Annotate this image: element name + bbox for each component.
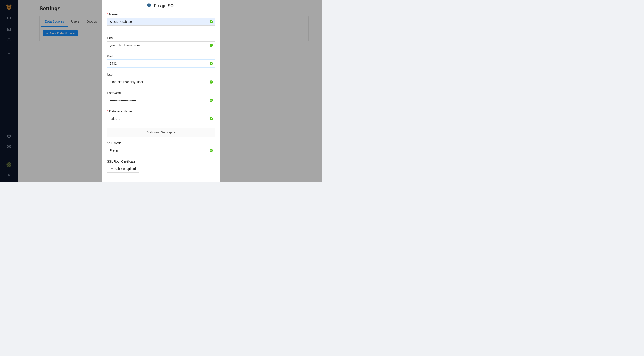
monitor-icon[interactable] (7, 16, 11, 20)
input-database-name[interactable] (107, 115, 215, 122)
tab-data-sources[interactable]: Data Sources (42, 16, 68, 27)
field-user: User (107, 73, 215, 88)
svg-rect-9 (8, 28, 10, 31)
tab-groups[interactable]: Groups (83, 16, 100, 27)
tab-users[interactable]: Users (68, 16, 83, 27)
gear-icon[interactable] (7, 144, 11, 148)
svg-point-1 (6, 5, 8, 7)
field-ssl-mode: SSL Mode Prefer ⌄ (107, 141, 215, 157)
check-icon (210, 20, 213, 23)
field-database-name: *Database Name (107, 110, 215, 125)
svg-point-16 (8, 146, 10, 147)
ssl-mode-value: Prefer (110, 149, 118, 152)
new-data-source-button[interactable]: New Data Source (43, 30, 78, 36)
app-logo[interactable] (6, 4, 12, 10)
postgresql-icon (146, 3, 152, 8)
chevron-down-icon: ⌄ (203, 149, 204, 152)
modal-header: PostgreSQL (107, 0, 215, 12)
label-ssl-root-cert: SSL Root Certificate (107, 160, 215, 163)
additional-settings-label: Additional Settings (146, 130, 172, 134)
label-database-name: *Database Name (107, 110, 215, 113)
field-password: Password (107, 91, 215, 107)
label-name: *Name (107, 12, 215, 16)
user-avatar[interactable] (6, 162, 12, 167)
additional-settings-toggle[interactable]: Additional Settings (107, 128, 215, 137)
terminal-icon[interactable] (7, 27, 11, 31)
select-ssl-mode[interactable]: Prefer ⌄ (107, 147, 215, 154)
upload-label: Click to upload (115, 167, 136, 170)
plus-icon[interactable] (7, 51, 11, 55)
svg-point-24 (148, 5, 148, 5)
modal-title: PostgreSQL (154, 4, 176, 8)
field-host: Host (107, 36, 215, 52)
svg-point-25 (149, 5, 150, 5)
svg-point-2 (10, 5, 12, 7)
check-icon (210, 44, 213, 47)
caret-up-icon (174, 132, 176, 133)
sidebar (0, 0, 18, 182)
label-port: Port (107, 54, 215, 58)
svg-point-5 (8, 8, 10, 9)
field-name: *Name (107, 12, 215, 31)
collapse-icon[interactable] (7, 173, 11, 177)
field-port: Port (107, 54, 215, 70)
check-icon (210, 149, 213, 152)
svg-point-3 (8, 7, 8, 8)
upload-icon (110, 167, 114, 170)
check-icon (210, 117, 213, 120)
input-password[interactable] (107, 96, 215, 104)
label-password: Password (107, 91, 215, 95)
input-user[interactable] (107, 78, 215, 86)
svg-rect-6 (8, 17, 10, 19)
check-icon (210, 80, 213, 84)
label-host: Host (107, 36, 215, 40)
new-data-source-label: New Data Source (50, 32, 74, 35)
input-name[interactable] (107, 18, 215, 26)
label-ssl-mode: SSL Mode (107, 141, 215, 145)
bell-icon[interactable] (7, 38, 11, 42)
upload-button[interactable]: Click to upload (107, 165, 139, 173)
input-host[interactable] (107, 42, 215, 49)
svg-point-4 (10, 7, 10, 8)
check-icon (210, 62, 213, 65)
help-icon[interactable] (7, 134, 11, 138)
check-icon (210, 99, 213, 102)
data-source-modal: PostgreSQL *Name Host Port User (102, 0, 220, 182)
field-ssl-root-cert: SSL Root Certificate Click to upload (107, 160, 215, 175)
input-port[interactable] (107, 60, 215, 68)
label-user: User (107, 73, 215, 76)
